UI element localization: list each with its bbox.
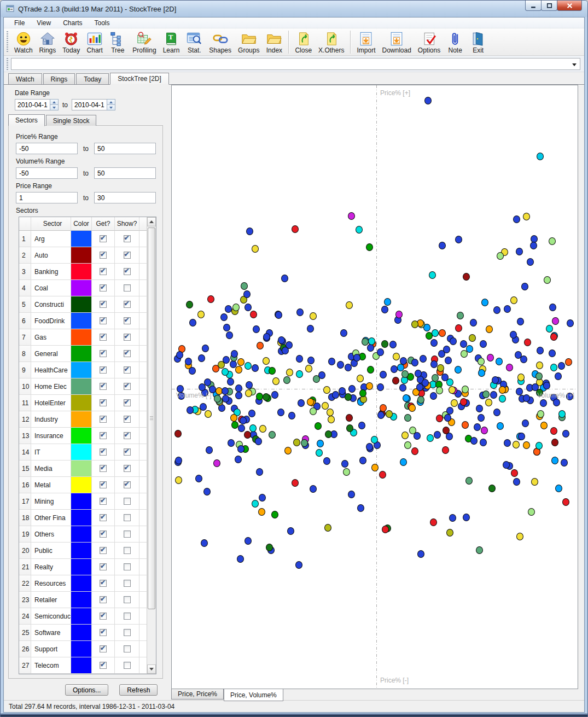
sector-color-swatch[interactable]	[71, 543, 91, 558]
chart-tab-price-price-[interactable]: Price, Price%	[171, 689, 224, 699]
table-row[interactable]: 2Auto	[19, 247, 147, 264]
show-checkbox[interactable]	[124, 596, 131, 603]
table-scrollbar[interactable]	[147, 217, 156, 674]
get-checkbox[interactable]	[100, 547, 107, 554]
toolbar-button-close[interactable]: Close	[292, 30, 315, 54]
table-row[interactable]: 12Industry	[19, 411, 147, 428]
table-row[interactable]: 27Telecom	[19, 657, 147, 674]
menu-item-file[interactable]: File	[8, 18, 31, 28]
toolbar-button-groups[interactable]: Groups	[235, 30, 263, 54]
options-button[interactable]: Options...	[65, 684, 108, 696]
get-checkbox[interactable]	[100, 350, 107, 357]
table-row[interactable]: 17Mining	[19, 493, 147, 510]
sector-color-swatch[interactable]	[71, 296, 91, 312]
show-checkbox[interactable]	[124, 366, 131, 374]
toolbar-button-download[interactable]: Download	[379, 30, 414, 54]
scatter-chart-canvas[interactable]: Price% [+] Price% [-] Volume% [-] Volume…	[171, 85, 578, 689]
date-to-spinner[interactable]	[107, 99, 115, 110]
get-checkbox[interactable]	[100, 580, 107, 587]
get-checkbox[interactable]	[100, 334, 107, 341]
toolbar-button-stat-[interactable]: Stat.	[183, 30, 206, 54]
show-checkbox[interactable]	[124, 629, 131, 636]
get-checkbox[interactable]	[100, 252, 107, 259]
tab-rings[interactable]: Rings	[43, 73, 75, 84]
table-row[interactable]: 14IT	[19, 444, 147, 460]
menu-item-charts[interactable]: Charts	[57, 18, 88, 28]
table-row[interactable]: 1Arg	[19, 231, 147, 247]
tab-watch[interactable]: Watch	[8, 73, 42, 84]
date-from-input[interactable]	[15, 99, 50, 110]
get-checkbox[interactable]	[100, 268, 107, 275]
close-button[interactable]	[557, 1, 582, 11]
menu-item-view[interactable]: View	[31, 18, 57, 28]
show-checkbox[interactable]	[124, 481, 131, 488]
sector-color-swatch[interactable]	[71, 477, 91, 493]
sector-color-swatch[interactable]	[71, 395, 91, 411]
show-checkbox[interactable]	[124, 580, 131, 587]
get-checkbox[interactable]	[100, 629, 107, 636]
sector-color-swatch[interactable]	[71, 526, 91, 542]
menu-item-tools[interactable]: Tools	[88, 18, 115, 28]
price-pct-from-input[interactable]	[16, 143, 78, 154]
show-checkbox[interactable]	[124, 514, 131, 521]
column-header-Color[interactable]: Color	[71, 217, 92, 231]
sector-color-swatch[interactable]	[71, 460, 91, 476]
get-checkbox[interactable]	[100, 448, 107, 456]
sector-color-swatch[interactable]	[71, 280, 91, 296]
show-checkbox[interactable]	[124, 465, 131, 472]
toolbar-button-rings[interactable]: Rings	[36, 30, 60, 54]
scrollbar-track[interactable]	[147, 226, 156, 664]
table-row[interactable]: 24Semiconduc	[19, 608, 147, 625]
table-row[interactable]: 26Support	[19, 641, 147, 657]
get-checkbox[interactable]	[100, 662, 107, 669]
sector-color-swatch[interactable]	[71, 329, 91, 345]
sector-color-swatch[interactable]	[71, 493, 91, 509]
spin-up-icon[interactable]	[107, 99, 115, 105]
show-checkbox[interactable]	[124, 252, 131, 259]
sector-color-swatch[interactable]	[71, 641, 91, 657]
column-header-Show?[interactable]: Show?	[115, 217, 139, 231]
sector-color-swatch[interactable]	[71, 346, 91, 362]
table-row[interactable]: 4Coal	[19, 280, 147, 296]
minimize-button[interactable]	[525, 1, 542, 11]
show-checkbox[interactable]	[124, 268, 131, 275]
table-row[interactable]: 7Gas	[19, 329, 147, 346]
tab-today[interactable]: Today	[76, 73, 109, 84]
show-checkbox[interactable]	[124, 301, 131, 308]
table-row[interactable]: 20Public	[19, 543, 147, 559]
toolbar-button-index[interactable]: Index	[263, 30, 286, 54]
toolbar-button-import[interactable]: Import	[353, 30, 379, 54]
toolbar-grip[interactable]	[7, 31, 8, 53]
titlebar[interactable]: QTrade 2.1.3 (build:19 Mar 2011) - Stock…	[1, 1, 587, 17]
toolbar-button-note[interactable]: Note	[444, 30, 467, 54]
tab-stocktree-2d-[interactable]: StockTree [2D]	[110, 73, 169, 85]
symbol-combobox[interactable]	[11, 58, 580, 70]
toolbar-button-tree[interactable]: Tree	[106, 30, 129, 54]
column-header-rownum[interactable]	[19, 217, 31, 231]
get-checkbox[interactable]	[100, 498, 107, 505]
show-checkbox[interactable]	[124, 547, 131, 554]
get-checkbox[interactable]	[100, 645, 107, 652]
get-checkbox[interactable]	[100, 514, 107, 521]
scrollbar-thumb[interactable]	[148, 228, 155, 609]
table-row[interactable]: 25Software	[19, 625, 147, 641]
show-checkbox[interactable]	[124, 498, 131, 505]
show-checkbox[interactable]	[124, 383, 131, 390]
sector-color-swatch[interactable]	[71, 428, 91, 444]
date-from-spinner[interactable]	[50, 99, 59, 110]
sector-color-swatch[interactable]	[71, 559, 91, 575]
table-row[interactable]: 22Resources	[19, 575, 147, 592]
price-to-input[interactable]	[94, 192, 156, 203]
tab-single-stock[interactable]: Single Stock	[46, 115, 97, 126]
chart-tab-price-volume-[interactable]: Price, Volume%	[224, 689, 283, 701]
get-checkbox[interactable]	[100, 301, 107, 308]
show-checkbox[interactable]	[124, 334, 131, 341]
toolbar-button-today[interactable]: Today	[59, 30, 83, 54]
get-checkbox[interactable]	[100, 531, 107, 538]
show-checkbox[interactable]	[124, 662, 131, 669]
show-checkbox[interactable]	[124, 531, 131, 538]
toolbar-button-exit[interactable]: Exit	[467, 30, 490, 54]
price-pct-to-input[interactable]	[94, 143, 156, 154]
table-row[interactable]: 23Retailer	[19, 592, 147, 608]
table-row[interactable]: 8General	[19, 346, 147, 362]
